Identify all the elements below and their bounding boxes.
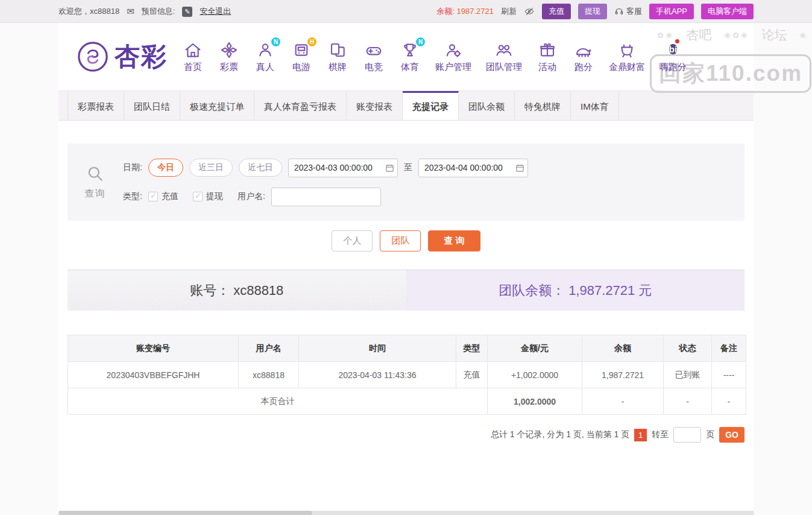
brand-name: 杏彩 (115, 40, 168, 74)
esports-gamepad-icon (364, 40, 383, 60)
go-button[interactable]: GO (719, 427, 744, 443)
refresh-link[interactable]: 刷新 (501, 6, 517, 17)
page-unit-label: 页 (706, 429, 714, 440)
nav-item-egames[interactable]: H 电游 (291, 40, 312, 73)
nav-item-activity[interactable]: 活动 (537, 40, 558, 73)
username-label: 用户名: (238, 191, 265, 202)
recharge-checkbox-group[interactable]: 充值 (148, 191, 178, 202)
table-row: 20230403VBBEFGFJHH xc88818 2023-04-03 11… (68, 362, 746, 388)
nav-label: 电游 (292, 62, 310, 73)
search-button[interactable]: 查 询 (428, 230, 480, 251)
withdraw-checkbox[interactable] (193, 192, 203, 201)
pc-client-button[interactable]: 电脑客户端 (701, 4, 754, 19)
eye-slash-icon[interactable] (524, 7, 535, 16)
nav-item-esports[interactable]: 电竞 (363, 40, 385, 73)
mobile-app-button[interactable]: 手机APP (649, 4, 694, 19)
cell-time: 2023-04-03 11:43:36 (299, 362, 456, 388)
account-number-panel: 账号： xc88818 (68, 270, 406, 311)
team-balance-panel: 团队余额： 1,987.2721 元 (406, 270, 745, 311)
nav-item-lottery[interactable]: 彩票 (218, 40, 240, 73)
quick-today-button[interactable]: 今日 (148, 159, 183, 177)
horizontal-scrollbar[interactable] (58, 511, 754, 515)
logout-link[interactable]: 安全退出 (200, 6, 231, 17)
query-side: 查询 (68, 165, 123, 200)
summary-amount: 1,002.0000 (488, 388, 582, 415)
tab-team-balance[interactable]: 团队余额 (459, 91, 515, 120)
lottery-icon (219, 40, 239, 60)
tab-account-change[interactable]: 账变报表 (347, 91, 403, 120)
nav-label: 账户管理 (435, 62, 471, 73)
recharge-checkbox[interactable] (148, 192, 158, 201)
tab-live-sports-pl[interactable]: 真人体育盈亏报表 (254, 91, 347, 120)
table-header-row: 账变编号 用户名 时间 类型 金额/元 余额 状态 备注 (68, 335, 746, 362)
nav-item-live[interactable]: N 真人 (254, 40, 276, 73)
withdraw-checkbox-group[interactable]: 提现 (193, 191, 223, 202)
account-value: xc88818 (233, 283, 283, 299)
flourish-icon: ✿❀ (657, 31, 674, 40)
type-label: 类型: (123, 191, 142, 202)
tab-recharge-withdraw-records[interactable]: 充提记录 (403, 91, 459, 120)
pagination-info: 总计 1 个记录, 分为 1 页, 当前第 1 页 (491, 429, 629, 440)
date-from-input[interactable] (288, 159, 398, 177)
welcome-text: 欢迎您，xc88818 (58, 6, 119, 17)
summary-label: 本页合计 (68, 388, 488, 415)
col-remark: 备注 (712, 335, 746, 362)
search-icon (86, 165, 104, 183)
nav-item-cards[interactable]: 棋牌 (327, 40, 348, 73)
brand-logo[interactable]: 杏彩 (77, 40, 168, 74)
account-summary-bar: 账号： xc88818 团队余额： 1,987.2721 元 (68, 270, 744, 311)
edit-icon[interactable]: ✎ (182, 7, 192, 17)
calendar-icon (515, 163, 524, 172)
nav-label: 活动 (538, 62, 556, 73)
date-to-input[interactable] (418, 159, 528, 177)
current-page-box[interactable]: 1 (634, 429, 647, 441)
nav-item-account-mgmt[interactable]: 账户管理 (435, 40, 471, 73)
nav-item-home[interactable]: 首页 (182, 40, 204, 73)
col-type: 类型 (456, 335, 488, 362)
nav-item-hipaofen[interactable]: bi 嗨跑分 (659, 40, 687, 73)
nav-label: 真人 (256, 62, 274, 73)
quick-7days-button[interactable]: 近七日 (239, 159, 282, 177)
tab-team-daily[interactable]: 团队日结 (124, 91, 180, 120)
nav-label: 体育 (401, 62, 419, 73)
cell-type: 充值 (456, 362, 488, 388)
nav-item-sports[interactable]: N 体育 (399, 40, 421, 73)
personal-button[interactable]: 个人 (332, 230, 373, 251)
tab-fast-orders[interactable]: 极速充提订单 (180, 91, 254, 120)
goto-page-input[interactable] (673, 427, 701, 443)
team-button[interactable]: 团队 (380, 230, 421, 251)
cell-change-id: 20230403VBBEFGFJHH (68, 362, 239, 388)
withdraw-checkbox-label: 提现 (206, 191, 223, 202)
tab-lottery-report[interactable]: 彩票报表 (68, 91, 124, 120)
decor-left-text: 杏吧 (686, 27, 711, 43)
summary-status: - (664, 388, 712, 415)
nav-label: 跑分 (574, 62, 593, 73)
tab-im-sports[interactable]: IM体育 (571, 91, 619, 120)
recharge-button[interactable]: 充值 (542, 4, 571, 19)
nav-label: 团队管理 (486, 62, 522, 73)
customer-service-link[interactable]: 客服 (614, 6, 642, 17)
nav-item-paofen[interactable]: 跑分 (573, 40, 594, 73)
username-input[interactable] (271, 188, 381, 206)
hot-badge: H (307, 37, 316, 46)
records-table: 账变编号 用户名 时间 类型 金额/元 余额 状态 备注 20230403VBB… (68, 335, 746, 415)
scrollbar-thumb[interactable] (58, 511, 312, 515)
nav-item-wealth[interactable]: 金鼎财富 (609, 40, 645, 73)
nav-item-team-mgmt[interactable]: 团队管理 (486, 40, 522, 73)
tab-special-cards[interactable]: 特兔棋牌 (515, 91, 571, 120)
team-balance-label: 团队余额： (499, 282, 565, 300)
pagination: 总计 1 个记录, 分为 1 页, 当前第 1 页 1 转至 页 GO (68, 427, 744, 443)
nav-label: 彩票 (220, 62, 238, 73)
withdraw-button[interactable]: 提现 (578, 4, 607, 19)
new-badge: N (416, 37, 425, 46)
brand-flower-icon (77, 40, 109, 73)
reserved-info-label: 预留信息: (142, 6, 175, 17)
cell-status: 已到账 (664, 362, 712, 388)
quick-3days-button[interactable]: 近三日 (189, 159, 233, 177)
headset-icon (614, 7, 624, 16)
balance-label: 余额: (436, 7, 455, 16)
recharge-checkbox-label: 充值 (162, 191, 178, 202)
envelope-icon[interactable]: ✉ (127, 6, 134, 17)
date-label: 日期: (123, 162, 142, 173)
goto-label: 转至 (652, 429, 669, 440)
